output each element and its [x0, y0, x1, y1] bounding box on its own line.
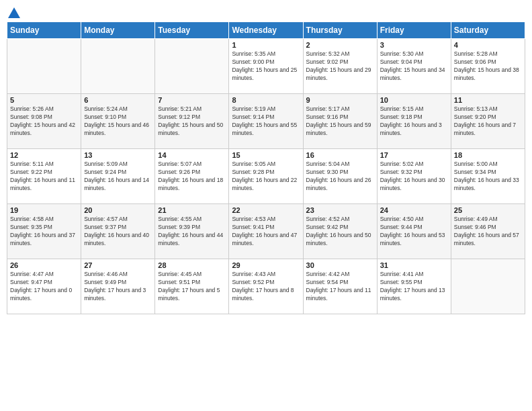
calendar-week-4: 19Sunrise: 4:58 AM Sunset: 9:35 PM Dayli… [7, 204, 525, 259]
day-info: Sunrise: 5:09 AM Sunset: 9:24 PM Dayligh… [84, 161, 152, 193]
day-number: 25 [454, 206, 522, 214]
day-header-friday: Friday [377, 22, 451, 39]
day-info: Sunrise: 4:57 AM Sunset: 9:37 PM Dayligh… [84, 216, 152, 248]
calendar-cell: 16Sunrise: 5:04 AM Sunset: 9:30 PM Dayli… [303, 149, 377, 204]
calendar-week-1: 1Sunrise: 5:35 AM Sunset: 9:00 PM Daylig… [7, 39, 525, 94]
calendar-cell: 31Sunrise: 4:41 AM Sunset: 9:55 PM Dayli… [377, 259, 451, 314]
day-info: Sunrise: 4:52 AM Sunset: 9:42 PM Dayligh… [306, 216, 374, 248]
day-info: Sunrise: 5:02 AM Sunset: 9:32 PM Dayligh… [380, 161, 448, 193]
day-info: Sunrise: 4:50 AM Sunset: 9:44 PM Dayligh… [380, 216, 448, 248]
calendar-cell [81, 39, 155, 94]
day-info: Sunrise: 4:43 AM Sunset: 9:52 PM Dayligh… [232, 271, 300, 303]
day-info: Sunrise: 5:05 AM Sunset: 9:28 PM Dayligh… [232, 161, 300, 193]
day-number: 3 [380, 41, 448, 49]
day-info: Sunrise: 5:15 AM Sunset: 9:18 PM Dayligh… [380, 105, 448, 138]
day-number: 2 [306, 41, 374, 49]
day-number: 28 [158, 261, 226, 269]
day-number: 10 [380, 96, 448, 104]
calendar-cell: 10Sunrise: 5:15 AM Sunset: 9:18 PM Dayli… [377, 94, 451, 149]
calendar-cell: 27Sunrise: 4:46 AM Sunset: 9:49 PM Dayli… [81, 259, 155, 314]
calendar-cell: 24Sunrise: 4:50 AM Sunset: 9:44 PM Dayli… [377, 204, 451, 259]
day-number: 26 [10, 261, 78, 269]
calendar-week-3: 12Sunrise: 5:11 AM Sunset: 9:22 PM Dayli… [7, 149, 525, 204]
day-header-monday: Monday [81, 22, 155, 39]
day-info: Sunrise: 4:53 AM Sunset: 9:41 PM Dayligh… [232, 216, 300, 248]
calendar-cell: 4Sunrise: 5:28 AM Sunset: 9:06 PM Daylig… [451, 39, 525, 94]
day-number: 22 [232, 206, 300, 214]
calendar-cell: 11Sunrise: 5:13 AM Sunset: 9:20 PM Dayli… [451, 94, 525, 149]
day-info: Sunrise: 4:45 AM Sunset: 9:51 PM Dayligh… [158, 271, 226, 303]
calendar-cell: 14Sunrise: 5:07 AM Sunset: 9:26 PM Dayli… [155, 149, 229, 204]
day-info: Sunrise: 5:21 AM Sunset: 9:12 PM Dayligh… [158, 105, 226, 138]
calendar-cell [7, 39, 81, 94]
day-header-tuesday: Tuesday [155, 22, 229, 39]
logo-icon [8, 7, 20, 19]
day-number: 12 [10, 151, 78, 159]
calendar-cell: 26Sunrise: 4:47 AM Sunset: 9:47 PM Dayli… [7, 259, 81, 314]
svg-marker-0 [8, 7, 20, 18]
day-number: 30 [306, 261, 374, 269]
day-info: Sunrise: 5:35 AM Sunset: 9:00 PM Dayligh… [232, 50, 300, 83]
day-number: 1 [232, 41, 300, 49]
day-number: 21 [158, 206, 226, 214]
day-number: 20 [84, 206, 152, 214]
calendar-cell: 15Sunrise: 5:05 AM Sunset: 9:28 PM Dayli… [229, 149, 303, 204]
day-number: 5 [10, 96, 78, 104]
calendar-cell: 25Sunrise: 4:49 AM Sunset: 9:46 PM Dayli… [451, 204, 525, 259]
day-info: Sunrise: 5:04 AM Sunset: 9:30 PM Dayligh… [306, 161, 374, 193]
calendar-cell: 20Sunrise: 4:57 AM Sunset: 9:37 PM Dayli… [81, 204, 155, 259]
calendar-cell: 5Sunrise: 5:26 AM Sunset: 9:08 PM Daylig… [7, 94, 81, 149]
day-number: 6 [84, 96, 152, 104]
day-info: Sunrise: 5:32 AM Sunset: 9:02 PM Dayligh… [306, 50, 374, 83]
calendar-week-2: 5Sunrise: 5:26 AM Sunset: 9:08 PM Daylig… [7, 94, 525, 149]
day-number: 18 [454, 151, 522, 159]
day-number: 13 [84, 151, 152, 159]
calendar-week-5: 26Sunrise: 4:47 AM Sunset: 9:47 PM Dayli… [7, 259, 525, 314]
day-number: 16 [306, 151, 374, 159]
calendar-cell: 29Sunrise: 4:43 AM Sunset: 9:52 PM Dayli… [229, 259, 303, 314]
day-info: Sunrise: 5:24 AM Sunset: 9:10 PM Dayligh… [84, 105, 152, 138]
day-number: 14 [158, 151, 226, 159]
calendar-cell: 28Sunrise: 4:45 AM Sunset: 9:51 PM Dayli… [155, 259, 229, 314]
day-info: Sunrise: 5:26 AM Sunset: 9:08 PM Dayligh… [10, 105, 78, 138]
day-info: Sunrise: 4:47 AM Sunset: 9:47 PM Dayligh… [10, 271, 78, 303]
calendar-header: SundayMondayTuesdayWednesdayThursdayFrid… [7, 22, 525, 39]
day-header-wednesday: Wednesday [229, 22, 303, 39]
day-number: 27 [84, 261, 152, 269]
calendar-cell [155, 39, 229, 94]
day-number: 4 [454, 41, 522, 49]
day-number: 8 [232, 96, 300, 104]
calendar-cell: 21Sunrise: 4:55 AM Sunset: 9:39 PM Dayli… [155, 204, 229, 259]
logo [7, 7, 20, 16]
calendar-cell: 17Sunrise: 5:02 AM Sunset: 9:32 PM Dayli… [377, 149, 451, 204]
calendar-cell: 30Sunrise: 4:42 AM Sunset: 9:54 PM Dayli… [303, 259, 377, 314]
calendar-cell: 3Sunrise: 5:30 AM Sunset: 9:04 PM Daylig… [377, 39, 451, 94]
calendar-cell: 18Sunrise: 5:00 AM Sunset: 9:34 PM Dayli… [451, 149, 525, 204]
calendar-cell: 19Sunrise: 4:58 AM Sunset: 9:35 PM Dayli… [7, 204, 81, 259]
day-info: Sunrise: 5:11 AM Sunset: 9:22 PM Dayligh… [10, 161, 78, 193]
calendar-cell: 7Sunrise: 5:21 AM Sunset: 9:12 PM Daylig… [155, 94, 229, 149]
calendar-cell [451, 259, 525, 314]
day-info: Sunrise: 5:13 AM Sunset: 9:20 PM Dayligh… [454, 105, 522, 138]
calendar-cell: 8Sunrise: 5:19 AM Sunset: 9:14 PM Daylig… [229, 94, 303, 149]
calendar-cell: 2Sunrise: 5:32 AM Sunset: 9:02 PM Daylig… [303, 39, 377, 94]
day-number: 17 [380, 151, 448, 159]
calendar-cell: 1Sunrise: 5:35 AM Sunset: 9:00 PM Daylig… [229, 39, 303, 94]
calendar-cell: 13Sunrise: 5:09 AM Sunset: 9:24 PM Dayli… [81, 149, 155, 204]
day-number: 15 [232, 151, 300, 159]
day-number: 19 [10, 206, 78, 214]
day-info: Sunrise: 4:46 AM Sunset: 9:49 PM Dayligh… [84, 271, 152, 303]
day-info: Sunrise: 4:49 AM Sunset: 9:46 PM Dayligh… [454, 216, 522, 248]
day-number: 24 [380, 206, 448, 214]
day-number: 9 [306, 96, 374, 104]
day-header-sunday: Sunday [7, 22, 81, 39]
day-info: Sunrise: 5:28 AM Sunset: 9:06 PM Dayligh… [454, 50, 522, 83]
day-info: Sunrise: 5:17 AM Sunset: 9:16 PM Dayligh… [306, 105, 374, 138]
day-info: Sunrise: 5:00 AM Sunset: 9:34 PM Dayligh… [454, 161, 522, 193]
day-info: Sunrise: 5:19 AM Sunset: 9:14 PM Dayligh… [232, 105, 300, 138]
day-number: 29 [232, 261, 300, 269]
day-info: Sunrise: 4:58 AM Sunset: 9:35 PM Dayligh… [10, 216, 78, 248]
page-header [7, 7, 525, 16]
day-number: 11 [454, 96, 522, 104]
day-number: 31 [380, 261, 448, 269]
